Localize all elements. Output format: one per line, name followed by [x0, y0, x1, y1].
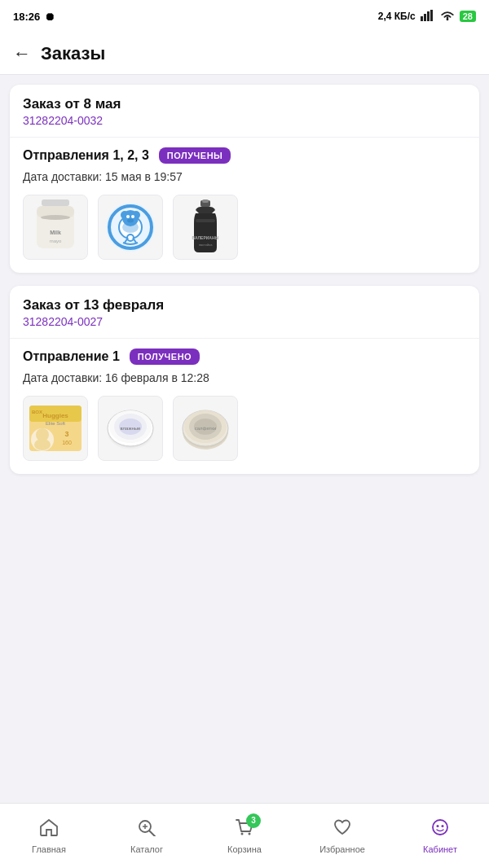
svg-line-54 [150, 831, 156, 836]
shipment-header-2: Отправление 1 ПОЛУЧЕНО [23, 349, 466, 365]
nav-cabinet[interactable]: Кабинет [391, 818, 489, 854]
svg-text:влажные: влажные [121, 426, 142, 431]
svg-point-35 [34, 439, 51, 450]
products-row-1: Milk mayo [23, 195, 466, 260]
status-time: 18:26 [13, 11, 40, 23]
svg-text:салфетки: салфетки [195, 426, 217, 431]
header: ← Заказы [0, 33, 489, 75]
svg-text:Milk: Milk [50, 230, 61, 235]
svg-rect-26 [196, 219, 215, 222]
orders-list: Заказ от 8 мая 31282204-0032 Отправления… [0, 75, 489, 552]
order-date-1: Заказ от 8 мая [23, 96, 466, 112]
svg-point-4 [446, 18, 448, 20]
product-item-bottle[interactable]: ВАЛЕРИАНЫ настойка [173, 195, 238, 260]
heart-icon [333, 818, 352, 841]
shipment-title-1: Отправления 1, 2, 3 [23, 148, 149, 163]
product-item-jar[interactable]: Milk mayo [23, 195, 88, 260]
status-bar: 18:26 ⏺ 2,4 КБ/с 28 [0, 0, 489, 33]
bottom-nav: Главная Каталог 3 Корзина [0, 803, 489, 868]
product-item-wipes2[interactable]: салфетки [173, 396, 238, 461]
shipment-title-2: Отправление 1 [23, 349, 120, 364]
svg-text:Elite Soft: Elite Soft [46, 421, 65, 426]
svg-text:mayo: mayo [50, 239, 62, 243]
svg-rect-0 [421, 16, 423, 21]
order-card-2: Заказ от 13 февраля 31282204-0027 Отправ… [10, 286, 479, 474]
svg-point-57 [241, 832, 244, 835]
svg-rect-1 [424, 14, 426, 21]
delivery-date-1: Дата доставки: 15 мая в 19:57 [23, 170, 466, 183]
nav-catalog[interactable]: Каталог [98, 818, 196, 854]
home-icon [39, 818, 59, 841]
signal-icon [421, 10, 435, 24]
order-header-1: Заказ от 8 мая 31282204-0032 [10, 85, 479, 130]
svg-point-22 [131, 215, 134, 218]
svg-rect-2 [427, 11, 430, 21]
order-card-1: Заказ от 8 мая 31282204-0032 Отправления… [10, 85, 479, 273]
svg-text:ВАЛЕРИАНЫ: ВАЛЕРИАНЫ [192, 235, 219, 240]
status-recording-icon: ⏺ [45, 11, 55, 23]
shipment-header-1: Отправления 1, 2, 3 ПОЛУЧЕНЫ [23, 147, 466, 164]
svg-point-60 [437, 825, 439, 827]
svg-text:Huggies: Huggies [42, 412, 68, 419]
order-number-1[interactable]: 31282204-0032 [23, 114, 466, 127]
svg-point-59 [433, 820, 447, 835]
status-badge-2: ПОЛУЧЕНО [130, 349, 200, 365]
delivery-date-2: Дата доставки: 16 февраля в 12:28 [23, 371, 466, 384]
svg-point-23 [127, 219, 134, 223]
svg-point-8 [41, 215, 70, 220]
svg-point-20 [122, 210, 139, 226]
nav-home-label: Главная [32, 844, 66, 854]
nav-home[interactable]: Главная [0, 818, 98, 854]
nav-cabinet-label: Кабинет [423, 844, 457, 854]
status-badge-1: ПОЛУЧЕНЫ [159, 147, 231, 164]
wifi-icon [440, 10, 455, 24]
nav-favorites[interactable]: Избранное [293, 818, 391, 854]
order-header-2: Заказ от 13 февраля 31282204-0027 [10, 286, 479, 331]
svg-rect-3 [430, 10, 433, 21]
product-item-diapers[interactable]: Huggies Elite Soft 3 160 BOX [23, 396, 88, 461]
svg-text:3: 3 [64, 430, 68, 438]
status-network: 2,4 КБ/с [378, 11, 416, 22]
svg-text:160: 160 [62, 440, 72, 445]
svg-point-15 [127, 235, 134, 241]
cart-badge: 3 [246, 813, 261, 828]
nav-catalog-label: Каталог [130, 844, 163, 854]
page-title: Заказы [41, 43, 105, 64]
nav-cart-label: Корзина [227, 844, 262, 854]
cart-icon: 3 [235, 818, 254, 841]
order-date-2: Заказ от 13 февраля [23, 297, 466, 313]
products-row-2: Huggies Elite Soft 3 160 BOX [23, 396, 466, 461]
catalog-icon [137, 818, 156, 841]
svg-text:BOX: BOX [32, 410, 42, 414]
svg-rect-5 [42, 199, 69, 206]
svg-text:настойка: настойка [199, 243, 214, 247]
svg-rect-25 [202, 199, 209, 203]
nav-favorites-label: Избранное [319, 844, 365, 854]
svg-point-58 [249, 832, 251, 835]
back-button[interactable]: ← [13, 43, 31, 64]
battery-icon: 28 [460, 11, 476, 22]
shipment-block-2: Отправление 1 ПОЛУЧЕНО Дата доставки: 16… [10, 338, 479, 474]
product-item-pacifier[interactable] [98, 195, 163, 260]
nav-cart[interactable]: 3 Корзина [196, 818, 293, 854]
order-number-2[interactable]: 31282204-0027 [23, 315, 466, 328]
shipment-block-1: Отправления 1, 2, 3 ПОЛУЧЕНЫ Дата достав… [10, 137, 479, 273]
svg-point-21 [126, 215, 130, 218]
product-item-wipes1[interactable]: влажные [98, 396, 163, 461]
face-icon [430, 818, 450, 841]
svg-point-61 [442, 825, 444, 827]
